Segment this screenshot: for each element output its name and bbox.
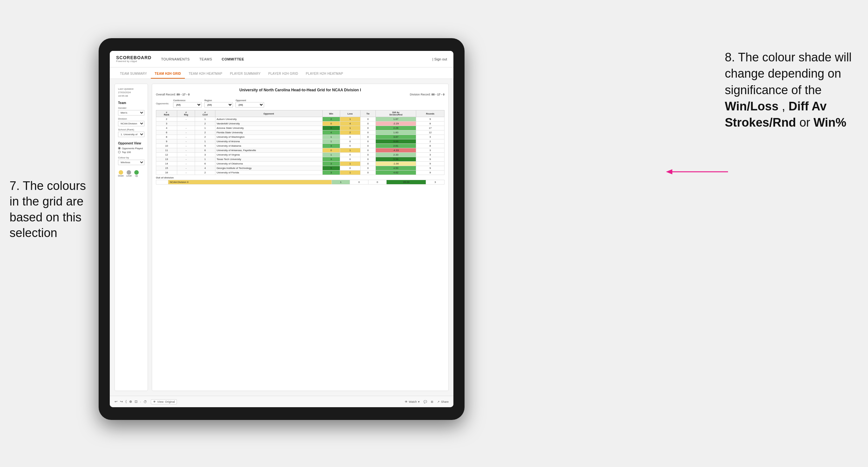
toolbar-icons: ↩ ↪ ⟨ ⊕ ⊡ · ⏱ (115, 400, 147, 404)
opponent-select[interactable]: (All) (236, 102, 264, 107)
step-back-icon[interactable]: ⟨ (125, 400, 127, 404)
nav-committee[interactable]: COMMITTEE (222, 57, 244, 61)
loss-cell: 1 (340, 126, 360, 130)
table-row: 3 2 Vanderbilt University 0 4 0 -2.29 8 (156, 122, 444, 126)
division-select[interactable]: NCAA Division I (118, 121, 145, 126)
opponent-name-cell: University of Virginia (215, 153, 322, 157)
diff-cell: -2.29 (375, 122, 416, 126)
diff-cell: -1.00 (375, 162, 416, 166)
diff-cell: 2.33 (375, 153, 416, 157)
colour-legend: Down Level Up (118, 170, 145, 177)
colour-by-select[interactable]: Win/loss (118, 160, 145, 165)
loss-cell: 0 (340, 135, 360, 139)
table-row: 2 - 1 Auburn University 2 1 0 1.67 9 (156, 117, 444, 122)
watch-label: Watch (409, 400, 417, 403)
school-label: School (Rank) (118, 128, 145, 131)
filters-row: Opponents: Conference (All) Region (All) (156, 99, 444, 107)
opponent-name-cell: University of Oklahoma (215, 162, 322, 166)
region-select[interactable]: (All) (204, 102, 233, 107)
table-row: 9 - 1 University of Arizona 1 0 0 9.00 2 (156, 139, 444, 144)
tab-team-h2h-grid[interactable]: TEAM H2H GRID (151, 69, 185, 79)
share-label: Share (441, 400, 448, 403)
clock-icon[interactable]: ⏱ (144, 400, 147, 404)
tablet-screen: SCOREBOARD Powered by clippd TOURNAMENTS… (110, 51, 454, 407)
opponent-name-cell: Auburn University (215, 117, 322, 122)
sub-navigation: TEAM SUMMARY TEAM H2H GRID TEAM H2H HEAT… (110, 67, 454, 79)
loss-cell: 0 (340, 139, 360, 144)
logo: SCOREBOARD Powered by clippd (116, 55, 151, 63)
conf-cell: 1 (195, 157, 215, 162)
rank-cell: 11 (156, 148, 177, 153)
view-icon: 👁 (153, 400, 156, 403)
reg-cell: - (177, 162, 195, 166)
conference-select[interactable]: (All) (173, 102, 202, 107)
win-cell: 3 (322, 162, 340, 166)
timestamp: Last Updated: 27/03/2024 16:55:38 (118, 87, 145, 98)
table-row: 15 - 4 Georgia Institute of Technology 5… (156, 166, 444, 170)
win-cell: 3 (322, 144, 340, 148)
tab-player-summary[interactable]: PLAYER SUMMARY (226, 69, 265, 79)
tab-team-h2h-heatmap[interactable]: TEAM H2H HEATMAP (185, 69, 226, 79)
legend-level-label: Level (126, 175, 132, 177)
col-diff: Diff AvStrokes/Rnd (375, 111, 416, 117)
radio-top100[interactable]: Top 100 (118, 151, 145, 154)
annotation-left-text: The colours in the grid are based on thi… (9, 179, 86, 240)
legend-level-dot (127, 170, 131, 175)
tab-player-h2h-heatmap[interactable]: PLAYER H2H HEATMAP (302, 69, 347, 79)
tie-cell: 0 (360, 166, 375, 170)
reg-cell: - (177, 166, 195, 170)
rank-cell: 13 (156, 157, 177, 162)
out-division-row: NCAA Division II 1 0 0 26.00 3 (156, 180, 444, 185)
tab-player-h2h-grid[interactable]: PLAYER H2H GRID (265, 69, 302, 79)
school-select[interactable]: 1. University of Nort... (118, 132, 145, 137)
gender-select[interactable]: Men's (118, 110, 145, 116)
col-conf: #Conf (195, 111, 215, 117)
reg-cell: - (177, 117, 195, 122)
sign-out[interactable]: | Sign out (432, 57, 447, 61)
view-original[interactable]: 👁 View: Original (151, 399, 177, 404)
nav-teams[interactable]: TEAMS (199, 57, 212, 61)
rounds-cell: 3 (416, 148, 444, 153)
opponent-name-cell: Texas Tech University (215, 157, 322, 162)
diff-cell: 9.00 (375, 139, 416, 144)
conf-cell: 4 (195, 166, 215, 170)
reg-cell: - (177, 130, 195, 135)
rounds-cell: 9 (416, 162, 444, 166)
tab-team-summary[interactable]: TEAM SUMMARY (116, 69, 151, 79)
win-cell: 3 (322, 157, 340, 162)
diff-cell: 2.61 (375, 144, 416, 148)
col-rounds: Rounds (416, 111, 444, 117)
tie-cell: 0 (360, 157, 375, 162)
rounds-cell: 12 (416, 130, 444, 135)
share-button[interactable]: ↗ Share (437, 400, 448, 403)
table-row: 16 - 2 University of Florida 3 1 0 4.62 … (156, 170, 444, 175)
rank-cell: 6 (156, 130, 177, 135)
grid-title: University of North Carolina Head-to-Hea… (156, 88, 444, 92)
watch-button[interactable]: 👁 Watch ▾ (405, 400, 420, 403)
tie-cell: 0 (360, 126, 375, 130)
legend-up-dot (134, 170, 139, 175)
main-content: Last Updated: 27/03/2024 16:55:38 Team G… (110, 79, 454, 396)
col-opponent: Opponent (215, 111, 322, 117)
rank-cell: 14 (156, 162, 177, 166)
conf-cell: 1 (195, 126, 215, 130)
grid-record: Overall Record: 89 - 17 - 0 Division Rec… (156, 93, 444, 96)
crop-icon[interactable]: ⊡ (134, 400, 137, 404)
redo-icon[interactable]: ↪ (120, 400, 123, 404)
rounds-cell: 9 (416, 166, 444, 170)
undo-icon[interactable]: ↩ (115, 400, 117, 404)
radio-opponents-played[interactable]: Opponents Played (118, 147, 145, 150)
loss-cell: 0 (340, 157, 360, 162)
comment-button[interactable]: 💬 (424, 400, 427, 403)
grid-button[interactable]: ⊞ (431, 400, 433, 403)
reg-cell: - (177, 135, 195, 139)
svg-marker-3 (666, 169, 672, 174)
table-row: 10 - 5 University of Alabama 3 0 0 2.61 … (156, 144, 444, 148)
table-row: 12 - 3 University of Virginia 1 0 0 2.33… (156, 153, 444, 157)
nav-tournaments[interactable]: TOURNAMENTS (161, 57, 190, 61)
legend-up-label: Up (134, 175, 139, 177)
win-cell: 3 (322, 170, 340, 175)
table-row: 13 - 1 Texas Tech University 3 0 0 5.56 … (156, 157, 444, 162)
out-division-rounds: 3 (426, 180, 444, 185)
zoom-icon[interactable]: ⊕ (129, 400, 132, 404)
